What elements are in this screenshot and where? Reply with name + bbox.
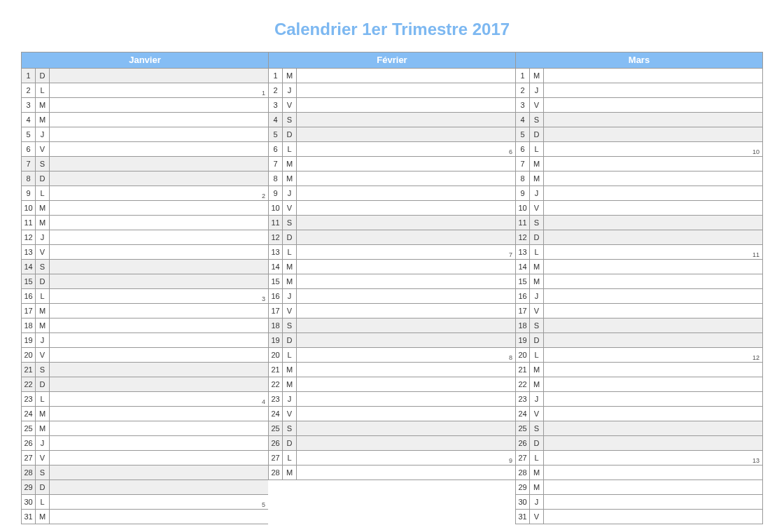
day-number: 2 (22, 83, 36, 97)
day-number: 23 (516, 392, 530, 406)
day-row: 3M (21, 98, 268, 113)
day-of-week: M (283, 69, 297, 83)
week-number: 3 (262, 295, 265, 302)
day-of-week: S (36, 465, 50, 479)
day-number: 10 (22, 201, 36, 215)
day-of-week: V (283, 407, 297, 421)
day-of-week: S (36, 363, 50, 377)
day-number: 17 (22, 304, 36, 318)
day-of-week: D (283, 230, 297, 244)
day-cell (297, 274, 515, 288)
day-number: 25 (22, 421, 36, 435)
day-of-week: L (36, 392, 50, 406)
day-cell (50, 318, 268, 332)
day-row: 7M (515, 157, 762, 172)
day-row: 8D (21, 172, 268, 186)
day-cell (544, 113, 762, 127)
day-number: 7 (22, 157, 36, 171)
day-of-week: L (36, 186, 50, 200)
day-cell (297, 363, 515, 377)
day-row: 31V (515, 510, 762, 524)
day-number: 20 (22, 348, 36, 362)
day-cell (297, 333, 515, 347)
day-number: 18 (516, 318, 530, 332)
day-row: 30J (515, 495, 762, 510)
day-cell: 8 (297, 348, 515, 362)
day-number: 21 (516, 363, 530, 377)
day-cell (50, 510, 268, 524)
day-number: 15 (516, 274, 530, 288)
day-cell (50, 245, 268, 259)
day-number: 2 (269, 83, 283, 97)
day-of-week: V (36, 142, 50, 156)
day-of-week: M (530, 480, 544, 494)
day-of-week: L (530, 348, 544, 362)
day-row: 10M (21, 201, 268, 216)
day-row: 15M (515, 274, 762, 289)
day-number: 20 (269, 348, 283, 362)
day-number: 5 (269, 127, 283, 141)
day-of-week: D (283, 127, 297, 141)
day-number: 8 (516, 172, 530, 186)
day-cell (544, 318, 762, 332)
day-cell (50, 348, 268, 362)
day-of-week: D (36, 172, 50, 186)
day-of-week: L (283, 348, 297, 362)
month-column: Janvier1D2L13M4M5J6V7S8D9L210M11M12J13V1… (21, 52, 268, 524)
day-number: 19 (22, 333, 36, 347)
day-number: 9 (516, 186, 530, 200)
day-cell (544, 333, 762, 347)
week-number: 9 (509, 457, 512, 464)
day-of-week: D (530, 230, 544, 244)
day-row: 10V (515, 201, 762, 216)
day-cell (544, 157, 762, 171)
day-number: 9 (269, 186, 283, 200)
day-row: 14M (515, 260, 762, 274)
day-of-week: M (36, 98, 50, 112)
day-row: 21M (515, 363, 762, 377)
day-cell: 1 (50, 83, 268, 97)
day-of-week: S (283, 216, 297, 230)
day-number: 6 (22, 142, 36, 156)
day-cell (50, 451, 268, 465)
day-row: 10V (268, 201, 515, 216)
day-of-week: M (36, 318, 50, 332)
day-cell (50, 157, 268, 171)
day-of-week: M (283, 260, 297, 274)
day-of-week: M (36, 510, 50, 524)
day-row: 29M (515, 480, 762, 495)
day-of-week: V (36, 245, 50, 259)
day-cell: 13 (544, 451, 762, 465)
day-cell (297, 69, 515, 83)
week-number: 4 (262, 398, 265, 405)
day-row: 3V (515, 98, 762, 113)
day-row: 24M (21, 407, 268, 421)
day-number: 7 (269, 157, 283, 171)
day-number: 9 (22, 186, 36, 200)
day-row: 27L9 (268, 451, 515, 465)
day-of-week: V (36, 451, 50, 465)
day-cell: 2 (50, 186, 268, 200)
day-number: 6 (269, 142, 283, 156)
day-of-week: S (530, 113, 544, 127)
day-of-week: S (530, 421, 544, 435)
week-number: 2 (262, 192, 265, 200)
day-cell (544, 407, 762, 421)
day-row: 19J (21, 333, 268, 348)
day-number: 12 (269, 230, 283, 244)
day-row: 28M (515, 465, 762, 480)
day-of-week: D (36, 69, 50, 83)
day-of-week: J (283, 392, 297, 406)
day-row: 7M (268, 157, 515, 172)
week-number: 12 (752, 354, 760, 361)
day-cell (297, 318, 515, 332)
day-number: 23 (22, 392, 36, 406)
day-number: 29 (22, 480, 36, 494)
day-row: 12J (21, 230, 268, 245)
day-row: 16J (268, 289, 515, 304)
day-row: 2J (268, 83, 515, 98)
day-row: 31M (21, 510, 268, 524)
day-cell (544, 83, 762, 97)
day-row: 9L2 (21, 186, 268, 201)
day-number: 26 (22, 436, 36, 450)
